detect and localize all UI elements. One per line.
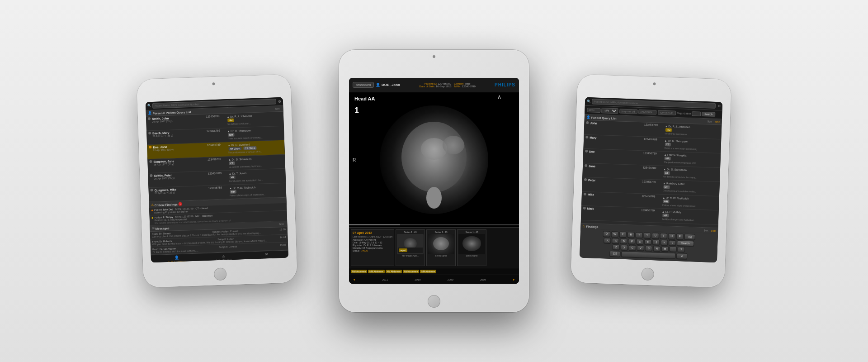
keyboard: Q W E R T Y U I O P ⌫ A S [580, 229, 718, 263]
key-p[interactable]: P [676, 233, 684, 240]
key-123[interactable]: 123 [609, 251, 620, 257]
patient-icon-simpson [149, 160, 152, 162]
left-ipad-screen: 🔍 Patient Name, MRN, Accession Number ⚙ … [146, 97, 288, 262]
key-delete[interactable]: ⌫ [684, 234, 695, 240]
orientation-a: A [498, 95, 501, 100]
orientation-r: R [353, 157, 356, 162]
ipad-left: 🔍 Patient Name, MRN, Accession Number ⚙ … [137, 74, 297, 288]
key-o[interactable]: O [668, 233, 675, 239]
modality-select[interactable]: MRI [601, 108, 618, 114]
ct-viewer[interactable]: Head AA 1 R A [349, 92, 519, 227]
key-v[interactable]: V [637, 245, 644, 251]
center-ipad-camera [433, 55, 435, 58]
key-question[interactable]: ? [678, 247, 685, 252]
ct-scan-image [380, 105, 488, 214]
center-home-button[interactable] [428, 295, 440, 308]
center-philips-logo: PHILIPS [495, 82, 515, 87]
patient-icon-doe [149, 146, 151, 148]
ipad-center: dashboard 👤 DOE, John Patient ID: 123456… [339, 50, 529, 312]
key-m[interactable]: M [661, 246, 669, 252]
key-u[interactable]: U [652, 233, 659, 239]
date-input-1[interactable] [619, 109, 637, 114]
patient-name-header: DOE, John [382, 83, 400, 87]
key-i[interactable]: I [660, 233, 667, 239]
messages-section: ✉ Messages Sort From: Dr. Steiner Subjec… [150, 221, 288, 255]
org-input[interactable] [692, 111, 701, 116]
key-j[interactable]: J [653, 239, 660, 245]
center-header: dashboard 👤 DOE, John Patient ID: 123456… [349, 78, 519, 92]
ct-detail-2 [443, 136, 464, 154]
mrn-input[interactable] [587, 108, 600, 113]
nav-critical[interactable]: ⚠ Critical Findings [216, 254, 232, 262]
thumb-image-3 [458, 234, 485, 254]
date-input-2[interactable] [658, 110, 676, 115]
key-space[interactable] [621, 251, 675, 259]
key-l[interactable]: L [669, 240, 676, 246]
key-e[interactable]: E [619, 232, 627, 238]
ct-spine-structure [426, 187, 442, 209]
key-g[interactable]: G [637, 239, 644, 245]
key-f[interactable]: F [628, 238, 636, 244]
timeline-bar[interactable]: ◄ 2011 2010 2009 2008 ► [349, 275, 519, 284]
key-t[interactable]: T [636, 232, 643, 238]
date-info-card[interactable]: 07 April 2012 Last Modified: 17 April 20… [351, 229, 394, 266]
key-s[interactable]: S [612, 238, 619, 244]
key-return[interactable]: ↵ [676, 253, 687, 259]
right-ipad-screen: 🔍 Patient Name, MRN, Accession Number ⚙ … [580, 97, 722, 262]
left-ipad-camera [212, 82, 215, 85]
thumb-key-images[interactable]: Series 1 · 43 report Key Images April... [396, 229, 425, 266]
key-w[interactable]: W [611, 231, 618, 238]
patient-icon-smith [148, 117, 151, 120]
key-z[interactable]: Z [613, 244, 620, 250]
key-y[interactable]: Y [644, 233, 651, 239]
thumb-image-2 [428, 234, 454, 254]
nm-tags-row: NM Abdomen NM Abdomen NM Abdomen NM Abdo… [349, 268, 519, 275]
accession-input[interactable] [638, 110, 656, 114]
patient-icon-quagmire [150, 188, 153, 191]
key-d[interactable]: D [620, 238, 627, 244]
right-home-button[interactable] [641, 267, 654, 281]
thumbnail-bar: 07 April 2012 Last Modified: 17 April 20… [349, 227, 519, 268]
key-a[interactable]: A [604, 238, 611, 243]
key-c[interactable]: C [629, 245, 636, 251]
right-ipad-camera [653, 82, 656, 85]
key-q[interactable]: Q [603, 231, 610, 237]
left-home-button[interactable] [214, 267, 227, 281]
ipad-right: 🔍 Patient Name, MRN, Accession Number ⚙ … [571, 74, 731, 288]
dashboard-button[interactable]: dashboard [353, 82, 374, 88]
series-label: Head AA [354, 96, 375, 101]
key-exclaim[interactable]: ! [670, 247, 677, 252]
right-search-button[interactable]: Search [702, 112, 715, 117]
key-search[interactable]: Search [677, 240, 694, 246]
nav-messages[interactable]: ✉ Messages [261, 252, 272, 260]
nav-doctor[interactable]: 👤 Dr. P. J. Johansen [168, 256, 186, 263]
thumb-image-1: report [397, 234, 424, 254]
center-ipad-screen: dashboard 👤 DOE, John Patient ID: 123456… [349, 78, 519, 284]
scene: 🔍 Patient Name, MRN, Accession Number ⚙ … [118, 18, 750, 344]
thumb-series-2[interactable]: Series 1 · 43 Series Name [426, 229, 456, 266]
critical-badge: 1 [179, 202, 182, 206]
key-x[interactable]: X [621, 245, 628, 251]
key-r[interactable]: R [627, 232, 635, 238]
key-n[interactable]: N [653, 246, 660, 252]
right-patient-list: 👤 Patient Query List Sort Time John 1234… [581, 114, 722, 228]
slice-number: 1 [354, 106, 359, 115]
viewer-progress-fill [349, 224, 400, 225]
key-k[interactable]: K [661, 240, 668, 246]
key-b[interactable]: B [645, 246, 652, 252]
patient-header-info: Patient ID: 123456789 Gender: Male Date … [419, 82, 475, 88]
key-h[interactable]: H [645, 239, 652, 245]
patient-icon-griffin [150, 174, 152, 177]
thumb-series-3[interactable]: Series 1 · 43 Series Name [457, 229, 486, 266]
patient-icon-barch [148, 132, 151, 134]
viewer-progress-bar [349, 224, 519, 225]
